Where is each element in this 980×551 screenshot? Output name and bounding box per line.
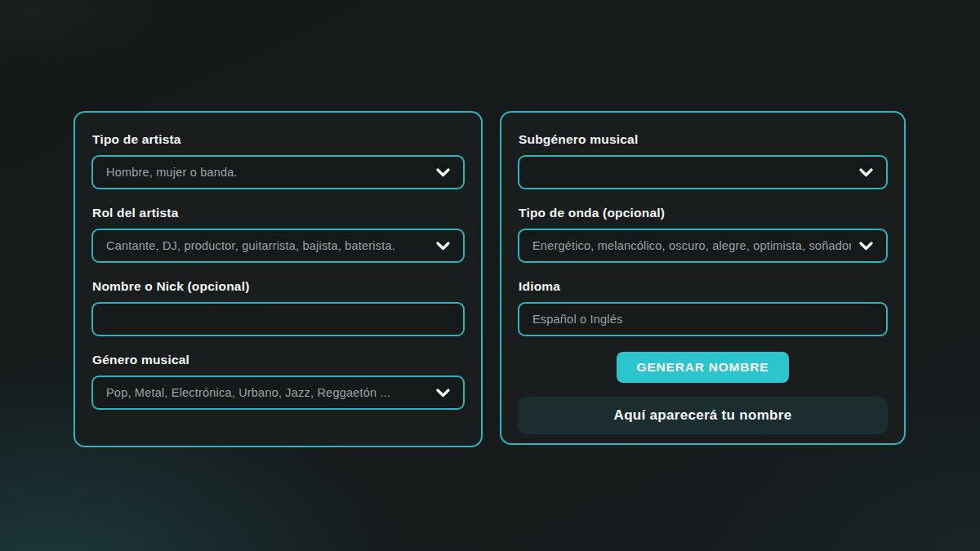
- idioma-label: Idioma: [519, 279, 888, 294]
- generate-name-button[interactable]: GENERAR NOMBRE: [617, 352, 790, 383]
- tipo-de-onda-label: Tipo de onda (opcional): [519, 206, 888, 220]
- nombre-o-nick-input[interactable]: [91, 302, 465, 336]
- field-idioma: Idioma: [518, 279, 888, 336]
- subgenero-musical-select[interactable]: [518, 155, 888, 189]
- chevron-down-icon: [436, 168, 450, 177]
- artist-details-panel: Tipo de artista Hombre, mujer o banda. R…: [74, 111, 483, 447]
- chevron-down-icon: [859, 168, 873, 177]
- chevron-down-icon: [436, 242, 450, 251]
- field-rol-del-artista: Rol del artista Cantante, DJ, productor,…: [91, 206, 465, 263]
- tipo-de-onda-select[interactable]: Energético, melancólico, oscuro, alegre,…: [518, 229, 888, 263]
- nombre-o-nick-label: Nombre o Nick (opcional): [92, 279, 465, 294]
- tipo-de-onda-placeholder: Energético, melancólico, oscuro, alegre,…: [532, 239, 851, 252]
- field-nombre-o-nick: Nombre o Nick (opcional): [91, 279, 465, 336]
- chevron-down-icon: [436, 389, 450, 398]
- generation-options-panel: Subgénero musical Tipo de onda (opcional…: [500, 111, 906, 445]
- generated-name-result-text: Aquí aparecerá tu nombre: [614, 407, 792, 424]
- rol-del-artista-select[interactable]: Cantante, DJ, productor, guitarrista, ba…: [91, 229, 465, 263]
- genero-musical-select[interactable]: Pop, Metal, Electrónica, Urbano, Jazz, R…: [91, 375, 465, 410]
- field-subgenero-musical: Subgénero musical: [518, 132, 888, 189]
- tipo-de-artista-placeholder: Hombre, mujer o banda.: [106, 166, 238, 179]
- rol-del-artista-placeholder: Cantante, DJ, productor, guitarrista, ba…: [106, 239, 395, 252]
- generated-name-result-box: Aquí aparecerá tu nombre: [518, 397, 888, 434]
- tipo-de-artista-select[interactable]: Hombre, mujer o banda.: [91, 155, 465, 189]
- field-tipo-de-artista: Tipo de artista Hombre, mujer o banda.: [91, 132, 465, 189]
- rol-del-artista-label: Rol del artista: [92, 206, 465, 220]
- genero-musical-placeholder: Pop, Metal, Electrónica, Urbano, Jazz, R…: [106, 386, 390, 399]
- genero-musical-label: Género musical: [92, 353, 465, 367]
- idioma-input[interactable]: [518, 302, 888, 336]
- chevron-down-icon: [859, 242, 873, 251]
- subgenero-musical-label: Subgénero musical: [519, 132, 888, 147]
- field-genero-musical: Género musical Pop, Metal, Electrónica, …: [91, 353, 465, 410]
- field-tipo-de-onda: Tipo de onda (opcional) Energético, mela…: [518, 206, 888, 263]
- tipo-de-artista-label: Tipo de artista: [92, 132, 465, 147]
